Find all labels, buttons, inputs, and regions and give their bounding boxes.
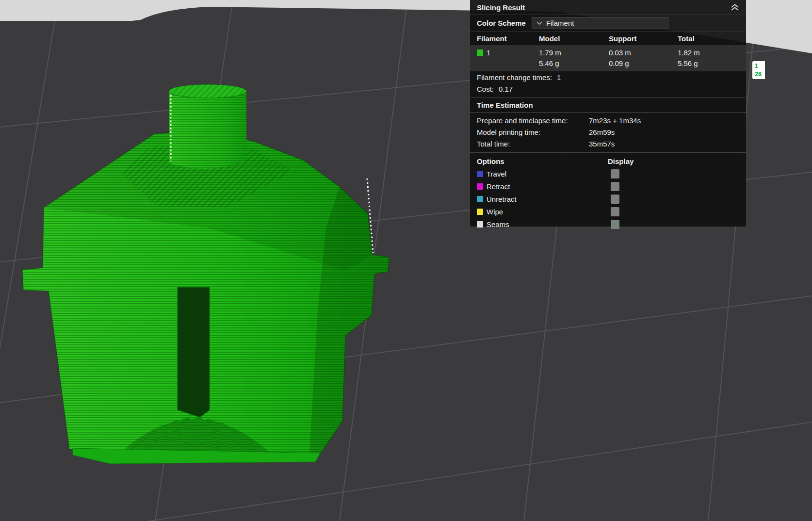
model-length: 1.79 m xyxy=(539,48,609,58)
travel-color-swatch xyxy=(477,171,483,177)
model-chimney xyxy=(169,84,246,169)
color-scheme-label: Color Scheme xyxy=(477,19,526,27)
wipe-color-swatch xyxy=(477,209,483,215)
chevron-down-icon xyxy=(536,21,542,25)
divider xyxy=(470,98,746,98)
retract-color-swatch xyxy=(477,183,483,190)
option-row-travel: Travel ✓ xyxy=(470,167,746,180)
layer-bottom-value: 28 xyxy=(755,70,765,79)
option-row-unretract: Unretract ✓ xyxy=(470,193,746,205)
divider xyxy=(470,112,746,113)
panel-title: Slicing Result xyxy=(477,3,525,12)
display-checkbox-travel[interactable]: ✓ xyxy=(611,169,619,179)
support-weight: 0.09 g xyxy=(609,58,678,69)
chevrons-up-icon xyxy=(731,4,739,11)
filament-color-swatch xyxy=(477,49,483,56)
model-door xyxy=(178,287,210,417)
divider xyxy=(470,152,746,153)
filament-change-value: 1 xyxy=(557,73,561,81)
unretract-label: Unretract xyxy=(487,195,611,203)
display-title: Display xyxy=(608,157,633,165)
filament-id: 1 xyxy=(487,49,490,57)
total-weight: 5.56 g xyxy=(678,58,746,69)
options-title: Options xyxy=(477,157,608,165)
color-scheme-value: Filament xyxy=(546,19,574,27)
time-row: Prepare and timelapse time: 7m23s + 1m34… xyxy=(470,114,746,126)
color-scheme-dropdown[interactable]: Filament xyxy=(532,17,668,29)
cost-label: Cost: xyxy=(477,85,494,93)
display-checkbox-retract[interactable]: ✓ xyxy=(611,182,619,191)
cost-value: 0.17 xyxy=(499,85,513,93)
filament-table-header: Filament Model Support Total xyxy=(470,32,746,45)
check-icon: ✓ xyxy=(612,220,618,228)
layer-range-badge[interactable]: 1 28 xyxy=(752,61,765,79)
display-checkbox-wipe[interactable]: ✓ xyxy=(611,207,619,216)
wipe-label: Wipe xyxy=(487,208,611,216)
total-length: 1.82 m xyxy=(678,48,746,58)
time-estimation-title: Time Estimation xyxy=(470,100,746,111)
filament-change-label: Filament change times: xyxy=(477,73,552,81)
seams-color-swatch xyxy=(477,221,483,228)
layer-top-value: 1 xyxy=(755,62,765,70)
support-length: 0.03 m xyxy=(609,48,678,58)
option-row-wipe: Wipe ✓ xyxy=(470,205,746,218)
seams-label: Seams xyxy=(487,220,611,228)
slicing-result-panel: Slicing Result Color Scheme Filament Fil… xyxy=(470,0,746,227)
retract-label: Retract xyxy=(487,182,611,191)
model-weight: 5.46 g xyxy=(539,58,609,69)
unretract-color-swatch xyxy=(477,196,483,202)
filament-table-row: 1 1.79 m 5.46 g 0.03 m 0.09 g 1.82 m 5.5… xyxy=(470,45,746,71)
option-row-retract: Retract ✓ xyxy=(470,180,746,193)
time-row: Total time: 35m57s xyxy=(470,138,746,149)
collapse-panel-button[interactable] xyxy=(731,4,739,11)
travel-label: Travel xyxy=(487,170,611,178)
display-checkbox-seams[interactable]: ✓ xyxy=(611,220,619,229)
time-row: Model printing time: 26m59s xyxy=(470,126,746,138)
option-row-seams: Seams ✓ xyxy=(470,218,746,230)
display-checkbox-unretract[interactable]: ✓ xyxy=(611,195,619,204)
